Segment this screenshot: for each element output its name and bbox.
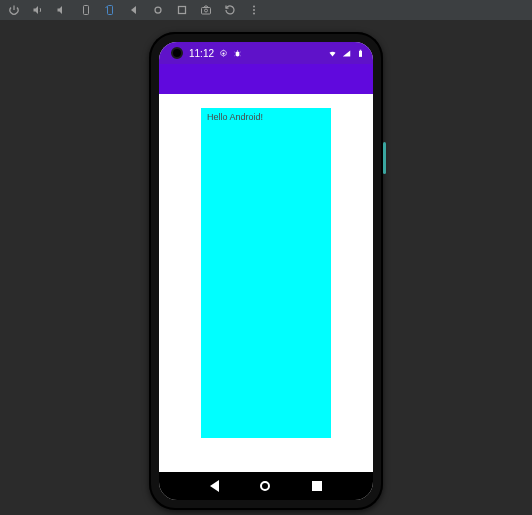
svg-point-8 xyxy=(253,13,255,15)
nav-back-button[interactable] xyxy=(210,480,219,492)
power-icon[interactable] xyxy=(8,4,20,16)
greeting-text: Hello Android! xyxy=(207,112,263,122)
svg-point-2 xyxy=(155,7,161,13)
gear-icon xyxy=(219,49,228,58)
content-box: Hello Android! xyxy=(201,108,331,438)
svg-rect-4 xyxy=(202,8,211,15)
svg-rect-11 xyxy=(359,50,362,56)
nav-recent-button[interactable] xyxy=(312,481,322,491)
wifi-icon xyxy=(328,49,337,58)
more-icon[interactable] xyxy=(248,4,260,16)
side-button xyxy=(383,142,386,174)
svg-point-5 xyxy=(205,9,208,12)
action-bar xyxy=(159,64,373,94)
rotate-left-icon[interactable] xyxy=(80,4,92,16)
status-bar: 11:12 xyxy=(159,42,373,64)
volume-up-icon[interactable] xyxy=(32,4,44,16)
rotate-right-icon[interactable] xyxy=(104,4,116,16)
system-nav-bar xyxy=(159,472,373,500)
back-icon[interactable] xyxy=(128,4,140,16)
svg-point-7 xyxy=(253,9,255,11)
clock-text: 11:12 xyxy=(189,48,214,59)
phone-screen: 11:12 xyxy=(159,42,373,500)
svg-rect-0 xyxy=(84,6,89,15)
overview-icon[interactable] xyxy=(176,4,188,16)
svg-point-10 xyxy=(236,51,240,56)
svg-rect-12 xyxy=(360,49,362,50)
status-right xyxy=(328,49,365,58)
phone-frame: 11:12 xyxy=(149,32,383,510)
front-camera xyxy=(171,47,183,59)
home-icon[interactable] xyxy=(152,4,164,16)
svg-rect-3 xyxy=(179,7,186,14)
screenshot-icon[interactable] xyxy=(200,4,212,16)
svg-point-9 xyxy=(222,52,224,54)
bug-icon xyxy=(233,49,242,58)
svg-rect-1 xyxy=(108,6,113,15)
battery-icon xyxy=(356,49,365,58)
nav-home-button[interactable] xyxy=(260,481,270,491)
svg-point-6 xyxy=(253,6,255,8)
app-body: Hello Android! xyxy=(159,94,373,472)
emulator-toolbar xyxy=(0,0,532,20)
reload-icon[interactable] xyxy=(224,4,236,16)
emulator-stage: 11:12 xyxy=(0,20,532,515)
status-left: 11:12 xyxy=(189,48,242,59)
signal-icon xyxy=(342,49,351,58)
volume-down-icon[interactable] xyxy=(56,4,68,16)
